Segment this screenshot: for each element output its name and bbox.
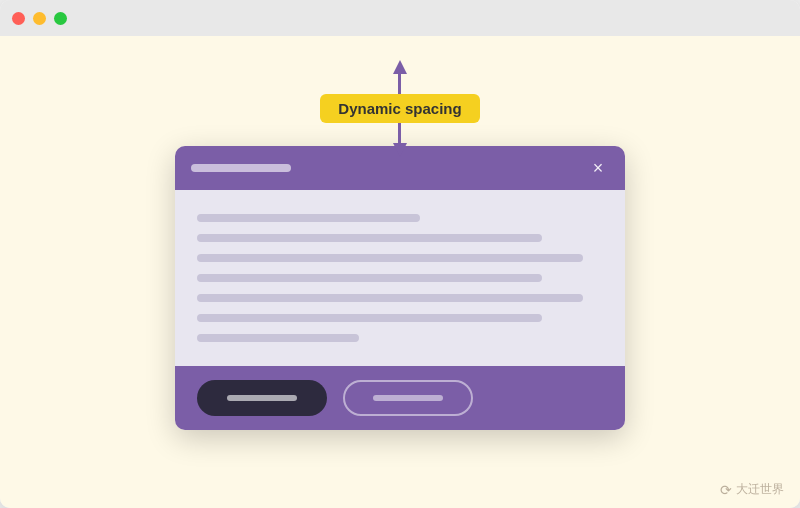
text-line-3	[197, 254, 583, 262]
text-line-4	[197, 274, 542, 282]
modal-title-placeholder	[191, 164, 291, 172]
arrow-up-icon	[393, 60, 407, 74]
title-bar	[0, 0, 800, 36]
secondary-button[interactable]	[343, 380, 473, 416]
text-line-5	[197, 294, 583, 302]
dynamic-spacing-indicator: Dynamic spacing	[320, 60, 479, 157]
arrow-line-bottom	[398, 123, 401, 143]
text-line-6	[197, 314, 542, 322]
browser-window: Dynamic spacing ×	[0, 0, 800, 508]
text-line-2	[197, 234, 542, 242]
modal-close-button[interactable]: ×	[587, 157, 609, 179]
close-traffic-light[interactable]	[12, 12, 25, 25]
primary-button-label-placeholder	[227, 395, 297, 401]
modal-dialog: ×	[175, 146, 625, 430]
minimize-traffic-light[interactable]	[33, 12, 46, 25]
watermark-text: 大迁世界	[736, 481, 784, 498]
watermark: ⟳ 大迁世界	[720, 481, 784, 498]
maximize-traffic-light[interactable]	[54, 12, 67, 25]
dynamic-spacing-label: Dynamic spacing	[320, 94, 479, 123]
text-line-7	[197, 334, 359, 342]
arrow-line-top	[398, 74, 401, 94]
secondary-button-label-placeholder	[373, 395, 443, 401]
arrow-down-icon	[393, 143, 407, 157]
watermark-icon: ⟳	[720, 482, 732, 498]
primary-button[interactable]	[197, 380, 327, 416]
page-content: Dynamic spacing ×	[0, 36, 800, 508]
modal-body	[175, 190, 625, 366]
modal-footer	[175, 366, 625, 430]
text-line-1	[197, 214, 420, 222]
